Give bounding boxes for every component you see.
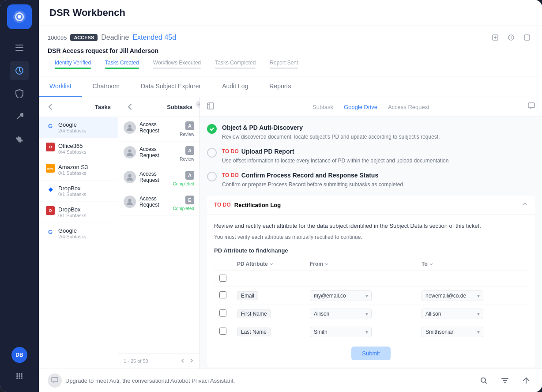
sidebar-wrench-icon[interactable] xyxy=(10,107,29,126)
subtask-avatar xyxy=(124,171,136,183)
tasks-back-arrow[interactable] xyxy=(46,102,55,111)
svg-rect-2 xyxy=(15,45,23,45)
sidebar-grid-icon[interactable] xyxy=(10,366,29,386)
from-select-lastname[interactable]: Smith ▼ xyxy=(310,327,372,337)
to-dropdown-lastname[interactable]: Smithsonian xyxy=(422,327,483,337)
to-select-email[interactable]: newemail@co.de ▼ xyxy=(422,290,483,301)
to-dropdown-firstname[interactable]: Allison xyxy=(422,309,483,319)
progress-tab-identity[interactable]: Identity Verified xyxy=(48,58,98,71)
tasks-panel: Tasks G Google 2/4 Subtasks xyxy=(39,97,118,369)
chat-bubble-icon xyxy=(48,373,62,388)
subtasks-panel: Subtasks xyxy=(118,97,200,369)
svg-rect-24 xyxy=(52,377,58,382)
task-item[interactable]: G Google 2/4 Subtasks xyxy=(39,223,118,244)
subtask-avatar xyxy=(124,196,136,208)
submit-button[interactable]: Submit xyxy=(351,347,390,360)
from-dropdown-lastname[interactable]: Smith xyxy=(310,327,372,337)
col-pd-attribute: PD Attribute xyxy=(232,257,305,271)
detail-tab-subtask[interactable]: Subtask xyxy=(312,104,333,110)
pd-table-header: PD Attribute to find/change xyxy=(214,247,528,254)
sidebar-shield-icon[interactable] xyxy=(10,84,29,103)
access-badge: ACCESS xyxy=(70,34,98,41)
subtask-item[interactable]: Access Request A Review xyxy=(118,142,199,166)
pd-checkbox-lastname[interactable] xyxy=(219,328,226,335)
rectification-todo-label: TO DO xyxy=(214,202,231,208)
tab-audit-log[interactable]: Audit Log xyxy=(211,76,259,97)
progress-tabs: Identity Verified Tasks Created Workflow… xyxy=(48,58,533,71)
task-item[interactable]: O DropBox 0/1 Subtasks xyxy=(39,202,118,223)
col-to: To xyxy=(416,257,528,271)
sidebar-settings-icon[interactable] xyxy=(10,130,29,149)
from-dropdown-firstname[interactable]: Allison xyxy=(310,309,372,319)
task-item[interactable]: aws Amazon S3 0/1 Subtasks xyxy=(39,159,118,181)
from-dropdown-email[interactable]: my@email.co xyxy=(310,290,372,301)
task-item[interactable]: O Office365 0/4 Subtasks xyxy=(39,138,118,159)
table-row: Email my@email.co ▼ xyxy=(214,286,528,305)
task-check-done xyxy=(207,124,217,134)
bottom-bar: Upgrade to meet Auti, the conversational… xyxy=(39,369,542,392)
tab-data-subject-explorer[interactable]: Data Subject Explorer xyxy=(130,76,211,97)
expand-panel-btn[interactable] xyxy=(196,101,200,108)
dsr-header: 100095 ACCESS Deadline Extended 45d xyxy=(39,26,542,76)
from-select-email[interactable]: my@email.co ▼ xyxy=(310,290,372,301)
task-item[interactable]: G Google 2/4 Subtasks xyxy=(39,117,118,138)
task-detail-item: TO DO Upload PD Report Use offset inform… xyxy=(207,148,535,165)
task-1-desc: Review discovered document, locate subje… xyxy=(222,133,535,141)
progress-tab-completed[interactable]: Tasks Completed xyxy=(208,58,263,71)
task-subtask-count: 0/1 Subtasks xyxy=(58,192,111,197)
rectification-header[interactable]: TO DO Rectification Log xyxy=(207,196,535,215)
expand-detail-icon[interactable] xyxy=(207,102,214,111)
progress-tab-workflows[interactable]: Workflows Executed xyxy=(146,58,208,71)
dsr-icon-2[interactable] xyxy=(505,31,517,44)
progress-tab-report[interactable]: Report Sent xyxy=(263,58,305,71)
rectification-collapse-icon[interactable] xyxy=(522,201,528,209)
task-check-todo xyxy=(207,148,217,158)
from-select-firstname[interactable]: Allison ▼ xyxy=(310,309,372,319)
pd-checkbox-firstname[interactable] xyxy=(219,309,226,317)
to-dropdown-email[interactable]: newemail@co.de xyxy=(422,290,483,301)
tab-reports[interactable]: Reports xyxy=(259,76,301,97)
extended-text: Extended 45d xyxy=(132,34,176,41)
dsr-icon-3[interactable] xyxy=(521,31,533,44)
task-logo-google: G xyxy=(46,121,55,130)
task-item[interactable]: ◆ DropBox 0/1 Subtasks xyxy=(39,181,118,202)
detail-tabs: Subtask Google Drive Access Request xyxy=(312,104,429,110)
task-logo-dropbox2: O xyxy=(46,206,55,215)
pagination-prev[interactable] xyxy=(180,358,185,364)
to-select-firstname[interactable]: Allison ▼ xyxy=(422,309,483,319)
task-2-desc: Use offset information to locate every i… xyxy=(222,157,535,165)
user-avatar[interactable]: DB xyxy=(11,347,27,363)
filter-bottom-icon[interactable] xyxy=(498,373,512,388)
pd-checkbox-email[interactable] xyxy=(219,291,226,298)
detail-comment-icon[interactable] xyxy=(528,102,535,111)
table-row: Last Name Smith ▼ xyxy=(214,323,528,341)
detail-tab-google-drive[interactable]: Google Drive xyxy=(344,104,377,110)
tab-worklist[interactable]: Worklist xyxy=(39,76,82,97)
subtask-type: Access Request xyxy=(139,171,169,183)
task-detail-item: Object & PD Auti-Discovery Review discov… xyxy=(207,124,535,141)
subtask-item[interactable]: Access Request E Completed xyxy=(118,191,199,216)
pd-checkbox-header[interactable] xyxy=(219,275,226,282)
subtask-list: Access Request A Review xyxy=(118,117,199,353)
subtask-badge: A xyxy=(185,121,194,130)
task-logo-google2: G xyxy=(46,227,55,236)
search-bottom-icon[interactable] xyxy=(477,373,491,388)
to-select-lastname[interactable]: Smithsonian ▼ xyxy=(422,327,483,337)
sidebar-menu-icon[interactable] xyxy=(10,38,29,57)
progress-tab-tasks[interactable]: Tasks Created xyxy=(98,58,146,71)
pagination-next[interactable] xyxy=(189,358,194,364)
arrow-bottom-icon[interactable] xyxy=(519,373,533,388)
table-row: First Name Allison ▼ xyxy=(214,305,528,323)
subtask-item[interactable]: Access Request A Review xyxy=(118,117,199,142)
detail-tab-access-request[interactable]: Access Request xyxy=(388,104,429,110)
pd-attribute-firstname: First Name xyxy=(237,309,271,318)
dsr-icon-1[interactable] xyxy=(489,31,501,44)
subtasks-back-arrow[interactable] xyxy=(125,102,134,111)
sidebar-dashboard-icon[interactable] xyxy=(10,61,29,80)
tab-chatroom[interactable]: Chatroom xyxy=(82,76,130,97)
app-logo[interactable] xyxy=(7,4,32,29)
task-check-todo-3 xyxy=(207,172,217,181)
subtask-status: Completed xyxy=(173,181,194,186)
task-name: Google xyxy=(58,121,111,128)
subtask-item[interactable]: Access Request A Completed xyxy=(118,166,199,191)
